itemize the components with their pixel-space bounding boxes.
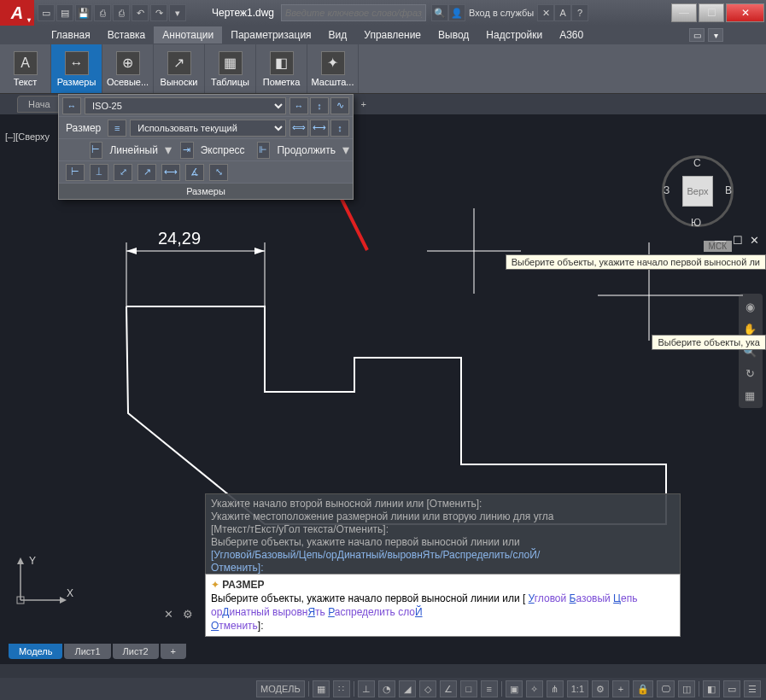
menu-output[interactable]: Вывод [430, 26, 477, 44]
sb-osnap2-icon[interactable]: □ [460, 680, 477, 697]
qat-print-icon[interactable]: ⎙ [113, 4, 130, 21]
file-tab-start[interactable]: Нача [17, 96, 61, 113]
sb-grid-icon[interactable]: ▦ [313, 680, 330, 697]
viewcube-west[interactable]: З [664, 184, 670, 196]
dim-tool-icon[interactable]: ∿ [330, 97, 349, 114]
linear-button[interactable]: Линейный [106, 144, 161, 156]
command-line[interactable]: ✦ РАЗМЕР Выберите объекты, укажите начал… [205, 574, 681, 637]
signin-link[interactable]: Вход в службы [469, 8, 534, 18]
viewcube-face[interactable]: Верх [682, 176, 713, 207]
full-nav-icon[interactable]: ◉ [740, 297, 759, 316]
cmd-close-icon[interactable]: ✕ [164, 608, 179, 623]
qat-new-icon[interactable]: ▭ [38, 4, 55, 21]
dim-subtool-icon[interactable]: ∡ [185, 164, 204, 181]
sb-iso2-icon[interactable]: ◧ [703, 680, 720, 697]
app-logo[interactable]: A [0, 0, 34, 26]
menu-annotations[interactable]: Аннотации [154, 26, 222, 44]
qat-undo-icon[interactable]: ↶ [132, 4, 149, 21]
dim-subtool-icon[interactable]: ⟘ [90, 164, 108, 181]
dim-style-select[interactable]: ISO-25 [85, 97, 286, 114]
continue-icon[interactable]: ⊩ [257, 142, 271, 159]
continue-button[interactable]: Продолжить [273, 144, 339, 156]
tab-sheet2[interactable]: Лист2 [113, 644, 159, 659]
qat-save-icon[interactable]: 💾 [75, 4, 92, 21]
menu-manage[interactable]: Управление [355, 26, 430, 44]
a360-icon[interactable]: A [554, 4, 571, 21]
tab-model[interactable]: Модель [9, 644, 62, 659]
minimize-button[interactable]: — [671, 3, 697, 22]
exchange-icon[interactable]: ✕ [537, 4, 554, 21]
sb-filter-icon[interactable]: ⋔ [547, 680, 564, 697]
tab-add-icon[interactable]: + [161, 644, 186, 659]
tab-plus-icon[interactable]: + [355, 99, 372, 109]
sb-osnap-icon[interactable]: ◇ [419, 680, 436, 697]
sb-model[interactable]: МОДЕЛЬ [256, 680, 305, 697]
menu-home[interactable]: Главная [43, 26, 99, 44]
dim-subtool-icon[interactable]: ↗ [137, 164, 156, 181]
ribbon-markup[interactable]: ◧Пометка [256, 44, 307, 93]
cmd-option[interactable]: Распределить [328, 606, 395, 618]
cmd-option[interactable]: выровнЯть [272, 606, 325, 618]
sb-otrack-icon[interactable]: ∠ [440, 680, 457, 697]
dim-tool-icon[interactable]: ↕ [330, 120, 349, 137]
dim-tool-icon[interactable]: ⟺ [289, 120, 308, 137]
user-icon[interactable]: 👤 [448, 4, 465, 21]
dim-subtool-icon[interactable]: ⤢ [114, 164, 132, 181]
help-icon[interactable]: ? [571, 4, 588, 21]
ribbon-centerlines[interactable]: ⊕Осевые... [102, 44, 154, 93]
maximize-button[interactable]: ☐ [699, 3, 724, 22]
layer-icon[interactable]: ≡ [108, 120, 126, 137]
dim-tool-icon[interactable]: ↕ [310, 97, 329, 114]
layer-select[interactable]: Использовать текущий [130, 120, 286, 137]
tab-sheet1[interactable]: Лист1 [64, 644, 110, 659]
cmd-option[interactable]: Цепь [613, 592, 637, 604]
qat-open-icon[interactable]: ▤ [56, 4, 73, 21]
qat-saveas-icon[interactable]: ⎙ [94, 4, 111, 21]
doc-close-icon[interactable]: ✕ [750, 234, 759, 247]
ribbon-tables[interactable]: ▦Таблицы [205, 44, 256, 93]
ribbon-scale[interactable]: ✦Масшта... [307, 44, 359, 93]
sb-iso-icon[interactable]: ◢ [399, 680, 416, 697]
cmd-settings-icon[interactable]: ⚙ [183, 608, 198, 623]
menu-addins[interactable]: Надстройки [477, 26, 551, 44]
dim-subtool-icon[interactable]: ⟷ [161, 164, 180, 181]
orbit-icon[interactable]: ↻ [740, 364, 759, 382]
sb-units-icon[interactable]: ◫ [678, 680, 695, 697]
linear-dim-icon[interactable]: ⊢ [90, 142, 103, 159]
menu-a360[interactable]: A360 [551, 26, 592, 44]
sb-snap-icon[interactable]: ∷ [333, 680, 350, 697]
sb-scale[interactable]: 1:1 [567, 680, 588, 697]
cmd-option[interactable]: слоЙ [398, 606, 422, 618]
ribbon-text[interactable]: АТекст [0, 44, 51, 93]
sb-sel-icon[interactable]: ▣ [506, 680, 523, 697]
express-icon[interactable]: ⇥ [180, 142, 194, 159]
sb-polar-icon[interactable]: ◔ [378, 680, 395, 697]
sb-ortho-icon[interactable]: ⊥ [358, 680, 375, 697]
viewcube-north[interactable]: С [693, 157, 701, 169]
ucs-icon[interactable]: Y X [14, 551, 73, 613]
menu-parametrize[interactable]: Параметризация [222, 26, 319, 44]
viewcube-east[interactable]: В [725, 184, 732, 196]
sb-menu-icon[interactable]: ☰ [744, 680, 761, 697]
sb-gear-icon[interactable]: ⚙ [592, 680, 609, 697]
sb-lineweight-icon[interactable]: ≡ [481, 680, 498, 697]
sb-plus-icon[interactable]: + [612, 680, 629, 697]
doc-min-icon[interactable]: — [715, 234, 726, 247]
qat-redo-icon[interactable]: ↷ [150, 4, 167, 21]
cmd-option[interactable]: Угловой [529, 592, 567, 604]
ribbon-leaders[interactable]: ↗Выноски [154, 44, 205, 93]
doc-max-icon[interactable]: ☐ [733, 234, 743, 247]
chevron-down-icon[interactable]: ▾ [708, 28, 723, 42]
sb-gizmo-icon[interactable]: ✧ [526, 680, 543, 697]
dim-subtool-icon[interactable]: ⊢ [66, 164, 85, 181]
sb-monitor-icon[interactable]: 🖵 [657, 680, 675, 697]
dimension-main-icon[interactable]: ↔ [62, 97, 81, 114]
menu-view[interactable]: Вид [320, 26, 356, 44]
express-button[interactable]: Экспресс [197, 144, 249, 156]
menu-insert[interactable]: Вставка [99, 26, 155, 44]
sb-clean-icon[interactable]: ▭ [723, 680, 740, 697]
sb-lock-icon[interactable]: 🔒 [633, 680, 653, 697]
dim-subtool-icon[interactable]: ⤡ [209, 164, 228, 181]
showmenu-icon[interactable]: ▦ [740, 386, 759, 405]
search-icon[interactable]: 🔍 [431, 4, 448, 21]
